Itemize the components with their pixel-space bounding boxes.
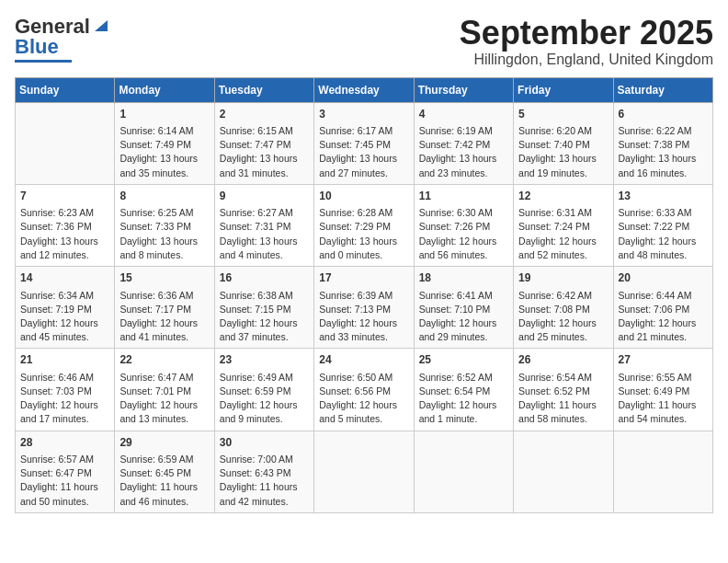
week-row-3: 14Sunrise: 6:34 AM Sunset: 7:19 PM Dayli… — [16, 267, 713, 349]
calendar-table: SundayMondayTuesdayWednesdayThursdayFrid… — [15, 77, 713, 513]
month-title: September 2025 — [460, 15, 713, 52]
calendar-cell — [314, 431, 414, 512]
header-row: SundayMondayTuesdayWednesdayThursdayFrid… — [16, 77, 713, 102]
cell-content: Sunrise: 6:25 AM Sunset: 7:33 PM Dayligh… — [119, 206, 209, 262]
cell-content: Sunrise: 6:47 AM Sunset: 7:01 PM Dayligh… — [119, 371, 209, 427]
cell-content: Sunrise: 6:59 AM Sunset: 6:45 PM Dayligh… — [119, 453, 209, 509]
cell-content: Sunrise: 6:39 AM Sunset: 7:13 PM Dayligh… — [319, 289, 408, 345]
calendar-cell: 16Sunrise: 6:38 AM Sunset: 7:15 PM Dayli… — [214, 267, 313, 349]
day-number: 12 — [518, 189, 608, 204]
cell-content: Sunrise: 6:14 AM Sunset: 7:49 PM Dayligh… — [119, 124, 209, 180]
cell-content: Sunrise: 6:34 AM Sunset: 7:19 PM Dayligh… — [20, 289, 109, 345]
logo: General Blue — [15, 15, 111, 63]
week-row-1: 1Sunrise: 6:14 AM Sunset: 7:49 PM Daylig… — [16, 102, 713, 184]
week-row-5: 28Sunrise: 6:57 AM Sunset: 6:47 PM Dayli… — [16, 431, 713, 512]
day-number: 17 — [319, 270, 408, 286]
day-number: 30 — [220, 435, 309, 451]
calendar-cell: 8Sunrise: 6:25 AM Sunset: 7:33 PM Daylig… — [115, 184, 214, 266]
calendar-cell: 26Sunrise: 6:54 AM Sunset: 6:52 PM Dayli… — [514, 349, 613, 431]
calendar-cell — [613, 431, 712, 512]
day-number: 11 — [419, 189, 508, 204]
cell-content: Sunrise: 6:38 AM Sunset: 7:15 PM Dayligh… — [220, 289, 309, 345]
calendar-cell: 2Sunrise: 6:15 AM Sunset: 7:47 PM Daylig… — [214, 102, 313, 184]
day-number: 28 — [20, 435, 109, 451]
week-row-2: 7Sunrise: 6:23 AM Sunset: 7:36 PM Daylig… — [16, 184, 713, 266]
day-number: 13 — [619, 189, 708, 204]
calendar-cell: 14Sunrise: 6:34 AM Sunset: 7:19 PM Dayli… — [16, 267, 115, 349]
calendar-cell: 23Sunrise: 6:49 AM Sunset: 6:59 PM Dayli… — [214, 349, 313, 431]
day-number: 19 — [518, 270, 608, 286]
cell-content: Sunrise: 6:36 AM Sunset: 7:17 PM Dayligh… — [119, 289, 209, 345]
calendar-cell: 10Sunrise: 6:28 AM Sunset: 7:29 PM Dayli… — [314, 184, 414, 266]
calendar-cell: 11Sunrise: 6:30 AM Sunset: 7:26 PM Dayli… — [414, 184, 513, 266]
day-number: 8 — [119, 189, 209, 204]
week-row-4: 21Sunrise: 6:46 AM Sunset: 7:03 PM Dayli… — [16, 349, 713, 431]
calendar-cell: 12Sunrise: 6:31 AM Sunset: 7:24 PM Dayli… — [514, 184, 613, 266]
location-title: Hillingdon, England, United Kingdom — [460, 52, 713, 68]
day-number: 21 — [20, 352, 109, 368]
calendar-cell: 29Sunrise: 6:59 AM Sunset: 6:45 PM Dayli… — [115, 431, 214, 512]
cell-content: Sunrise: 6:22 AM Sunset: 7:38 PM Dayligh… — [619, 124, 708, 180]
logo-blue: Blue — [15, 35, 59, 59]
calendar-cell: 21Sunrise: 6:46 AM Sunset: 7:03 PM Dayli… — [16, 349, 115, 431]
calendar-cell: 13Sunrise: 6:33 AM Sunset: 7:22 PM Dayli… — [613, 184, 712, 266]
cell-content: Sunrise: 6:17 AM Sunset: 7:45 PM Dayligh… — [319, 124, 408, 180]
cell-content: Sunrise: 6:49 AM Sunset: 6:59 PM Dayligh… — [220, 371, 309, 427]
day-number: 9 — [220, 189, 309, 204]
calendar-cell: 6Sunrise: 6:22 AM Sunset: 7:38 PM Daylig… — [613, 102, 712, 184]
calendar-cell: 9Sunrise: 6:27 AM Sunset: 7:31 PM Daylig… — [214, 184, 313, 266]
day-number: 7 — [20, 189, 109, 204]
cell-content: Sunrise: 6:23 AM Sunset: 7:36 PM Dayligh… — [20, 206, 109, 262]
calendar-cell: 18Sunrise: 6:41 AM Sunset: 7:10 PM Dayli… — [414, 267, 513, 349]
calendar-cell: 17Sunrise: 6:39 AM Sunset: 7:13 PM Dayli… — [314, 267, 414, 349]
day-number: 4 — [419, 107, 508, 122]
calendar-cell: 25Sunrise: 6:52 AM Sunset: 6:54 PM Dayli… — [414, 349, 513, 431]
cell-content: Sunrise: 6:30 AM Sunset: 7:26 PM Dayligh… — [419, 206, 508, 262]
day-number: 29 — [119, 435, 209, 451]
page-header: General Blue September 2025 Hillingdon, … — [15, 15, 713, 68]
day-header-saturday: Saturday — [613, 77, 712, 102]
cell-content: Sunrise: 6:54 AM Sunset: 6:52 PM Dayligh… — [518, 371, 608, 427]
day-number: 6 — [619, 107, 708, 122]
day-number: 24 — [319, 352, 408, 368]
day-number: 1 — [119, 107, 209, 122]
calendar-cell: 4Sunrise: 6:19 AM Sunset: 7:42 PM Daylig… — [414, 102, 513, 184]
day-header-sunday: Sunday — [16, 77, 115, 102]
cell-content: Sunrise: 6:15 AM Sunset: 7:47 PM Dayligh… — [220, 124, 309, 180]
day-header-tuesday: Tuesday — [214, 77, 313, 102]
svg-marker-0 — [95, 20, 108, 31]
logo-underline — [15, 60, 72, 63]
calendar-cell: 3Sunrise: 6:17 AM Sunset: 7:45 PM Daylig… — [314, 102, 414, 184]
day-number: 15 — [119, 270, 209, 286]
cell-content: Sunrise: 6:31 AM Sunset: 7:24 PM Dayligh… — [518, 206, 608, 262]
calendar-cell: 27Sunrise: 6:55 AM Sunset: 6:49 PM Dayli… — [613, 349, 712, 431]
cell-content: Sunrise: 6:20 AM Sunset: 7:40 PM Dayligh… — [518, 124, 608, 180]
day-number: 18 — [419, 270, 508, 286]
cell-content: Sunrise: 6:19 AM Sunset: 7:42 PM Dayligh… — [419, 124, 508, 180]
cell-content: Sunrise: 6:50 AM Sunset: 6:56 PM Dayligh… — [319, 371, 408, 427]
calendar-cell — [514, 431, 613, 512]
calendar-cell: 28Sunrise: 6:57 AM Sunset: 6:47 PM Dayli… — [16, 431, 115, 512]
calendar-cell: 22Sunrise: 6:47 AM Sunset: 7:01 PM Dayli… — [115, 349, 214, 431]
cell-content: Sunrise: 7:00 AM Sunset: 6:43 PM Dayligh… — [220, 453, 309, 509]
day-number: 5 — [518, 107, 608, 122]
title-block: September 2025 Hillingdon, England, Unit… — [460, 15, 713, 68]
calendar-cell: 20Sunrise: 6:44 AM Sunset: 7:06 PM Dayli… — [613, 267, 712, 349]
calendar-cell: 30Sunrise: 7:00 AM Sunset: 6:43 PM Dayli… — [214, 431, 313, 512]
day-header-friday: Friday — [514, 77, 613, 102]
cell-content: Sunrise: 6:33 AM Sunset: 7:22 PM Dayligh… — [619, 206, 708, 262]
cell-content: Sunrise: 6:42 AM Sunset: 7:08 PM Dayligh… — [518, 289, 608, 345]
day-number: 26 — [518, 352, 608, 368]
day-number: 10 — [319, 189, 408, 204]
calendar-cell: 5Sunrise: 6:20 AM Sunset: 7:40 PM Daylig… — [514, 102, 613, 184]
calendar-cell: 7Sunrise: 6:23 AM Sunset: 7:36 PM Daylig… — [16, 184, 115, 266]
calendar-cell: 15Sunrise: 6:36 AM Sunset: 7:17 PM Dayli… — [115, 267, 214, 349]
calendar-cell: 1Sunrise: 6:14 AM Sunset: 7:49 PM Daylig… — [115, 102, 214, 184]
logo-icon — [91, 15, 111, 35]
cell-content: Sunrise: 6:57 AM Sunset: 6:47 PM Dayligh… — [20, 453, 109, 509]
cell-content: Sunrise: 6:44 AM Sunset: 7:06 PM Dayligh… — [619, 289, 708, 345]
day-header-wednesday: Wednesday — [314, 77, 414, 102]
cell-content: Sunrise: 6:27 AM Sunset: 7:31 PM Dayligh… — [220, 206, 309, 262]
cell-content: Sunrise: 6:28 AM Sunset: 7:29 PM Dayligh… — [319, 206, 408, 262]
day-header-monday: Monday — [115, 77, 214, 102]
